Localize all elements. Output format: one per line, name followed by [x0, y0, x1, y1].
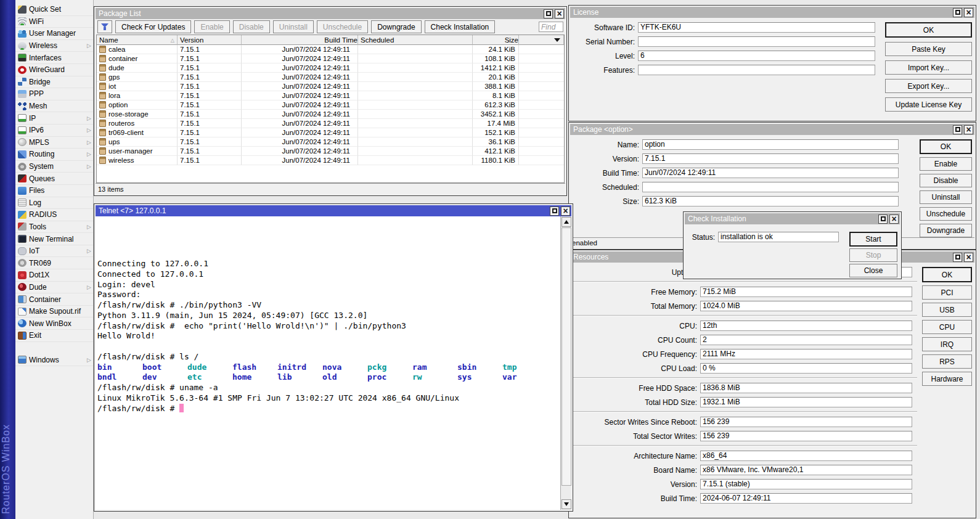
paste-key-button[interactable]: Paste Key [885, 42, 972, 56]
close-icon[interactable] [555, 9, 564, 18]
disable-button[interactable]: Disable [233, 20, 270, 33]
scrollbar[interactable] [560, 216, 571, 510]
terminal-output[interactable]: Connecting to 127.0.0.1Connected to 127.… [96, 216, 571, 510]
export-key-button[interactable]: Export Key... [885, 79, 972, 93]
enable-button[interactable]: Enable [920, 157, 972, 171]
table-row[interactable]: gps7.15.1Jun/07/2024 12:49:1120.1 KiB [97, 73, 564, 82]
sidebar-item-files[interactable]: Files [15, 185, 93, 197]
pci-button[interactable]: PCI [922, 285, 972, 300]
architecture-name-field[interactable]: x86_64 [700, 451, 912, 461]
build-time-field[interactable]: Jun/07/2024 12:49:11 [642, 168, 899, 178]
license-titlebar[interactable]: License [570, 7, 974, 18]
sidebar-item-ppp[interactable]: PPP [15, 88, 93, 100]
table-row[interactable]: option7.15.1Jun/07/2024 12:49:11612.3 Ki… [97, 100, 564, 110]
ok-button[interactable]: OK [920, 139, 972, 154]
sidebar-item-windows[interactable]: Windows▷ [15, 354, 93, 367]
maximize-button[interactable] [878, 215, 888, 224]
sidebar-item-wireguard[interactable]: WireGuard [15, 64, 93, 76]
serial-number-field[interactable] [638, 36, 875, 47]
usb-button[interactable]: USB [922, 303, 972, 317]
stop-button[interactable]: Stop [849, 248, 897, 262]
table-row[interactable]: lora7.15.1Jun/07/2024 12:49:118.1 KiB [97, 91, 564, 100]
update-license-key-button[interactable]: Update License Key [885, 97, 972, 112]
level-field[interactable]: 6 [638, 51, 875, 61]
irq-button[interactable]: IRQ [922, 337, 972, 351]
column-header-name[interactable]: Name△ [97, 35, 178, 45]
sidebar-item-user-manager[interactable]: User Manager [15, 28, 93, 40]
version-field[interactable]: 7.15.1 (stable) [700, 479, 912, 489]
sidebar-item-interfaces[interactable]: Interfaces [15, 52, 93, 64]
downgrade-button[interactable]: Downgrade [920, 224, 972, 237]
enable-button[interactable]: Enable [194, 20, 229, 33]
sidebar-item-tr069[interactable]: TR069 [15, 257, 93, 269]
sidebar-item-dot1x[interactable]: Dot1X [15, 269, 93, 282]
check-installation-button[interactable]: Check Installation [425, 20, 496, 33]
sidebar-item-mesh[interactable]: Mesh [15, 100, 93, 113]
sidebar-item-container[interactable]: Container [15, 293, 93, 306]
sidebar-item-bridge[interactable]: Bridge [15, 76, 93, 89]
maximize-button[interactable] [953, 8, 962, 17]
package-option-titlebar[interactable]: Package <option> [570, 124, 974, 135]
table-row[interactable]: wireless7.15.1Jun/07/2024 12:49:111180.1… [97, 156, 564, 165]
cpu-load-field[interactable]: 0 % [700, 363, 912, 374]
column-header-scheduled[interactable]: Scheduled [358, 35, 473, 45]
status-field[interactable]: installation is ok [718, 232, 839, 242]
hardware-button[interactable]: Hardware [922, 372, 972, 386]
close-icon[interactable] [964, 8, 973, 17]
cpu-field[interactable]: 12th [700, 321, 912, 331]
unschedule-button[interactable]: Unschedule [317, 20, 368, 33]
column-header-version[interactable]: Version [178, 35, 242, 45]
close-icon[interactable] [889, 215, 899, 224]
table-row[interactable]: container7.15.1Jun/07/2024 12:49:11108.1… [97, 54, 564, 63]
find-input[interactable] [539, 22, 563, 32]
cpu-frequency-field[interactable]: 2111 MHz [700, 349, 912, 359]
sidebar-item-radius[interactable]: RADIUS [15, 209, 93, 221]
table-row[interactable]: iot7.15.1Jun/07/2024 12:49:11388.1 KiB [97, 82, 564, 91]
sidebar-item-quick-set[interactable]: Quick Set [15, 4, 93, 16]
disable-button[interactable]: Disable [920, 174, 972, 187]
sidebar-item-ip[interactable]: IP▷ [15, 112, 93, 125]
sector-writes-since-reboot-field[interactable]: 156 239 [700, 417, 912, 427]
maximize-button[interactable] [953, 125, 962, 134]
package-list-titlebar[interactable]: Package List [96, 8, 565, 19]
sidebar-item-dude[interactable]: Dude▷ [15, 282, 93, 294]
version-field[interactable]: 7.15.1 [642, 153, 899, 164]
sidebar-item-wifi[interactable]: WiFi [15, 16, 93, 28]
board-name-field[interactable]: x86 VMware, Inc. VMware20,1 [700, 465, 912, 475]
sidebar-item-queues[interactable]: Queues [15, 173, 93, 185]
filter-button[interactable] [97, 20, 112, 33]
table-row[interactable]: calea7.15.1Jun/07/2024 12:49:1124.1 KiB [97, 45, 564, 54]
scrollbar-thumb[interactable] [561, 227, 571, 486]
start-button[interactable]: Start [849, 232, 897, 247]
sidebar-item-wireless[interactable]: Wireless▷ [15, 40, 93, 52]
close-icon[interactable] [561, 206, 570, 216]
table-row[interactable]: dude7.15.1Jun/07/2024 12:49:111412.1 KiB [97, 63, 564, 73]
maximize-button[interactable] [544, 9, 553, 18]
sidebar-item-tools[interactable]: Tools▷ [15, 221, 93, 234]
total-hdd-size-field[interactable]: 1932.1 MiB [700, 397, 912, 407]
features-field[interactable] [638, 65, 875, 75]
table-row[interactable]: routeros7.15.1Jun/07/2024 12:49:1117.4 M… [97, 119, 564, 128]
ok-button[interactable]: OK [922, 267, 972, 282]
rps-button[interactable]: RPS [922, 354, 972, 369]
sidebar-item-exit[interactable]: Exit [15, 330, 93, 342]
check-installation-titlebar[interactable]: Check Installation [685, 213, 900, 224]
import-key-button[interactable]: Import Key... [885, 60, 972, 75]
sidebar-item-make-supout-rif[interactable]: Make Supout.rif [15, 306, 93, 318]
table-row[interactable]: rose-storage7.15.1Jun/07/2024 12:49:1134… [97, 110, 564, 119]
software-id-field[interactable]: YFTK-EK6U [638, 22, 875, 33]
free-memory-field[interactable]: 715.2 MiB [700, 287, 912, 297]
close-button[interactable]: Close [849, 264, 897, 277]
maximize-button[interactable] [550, 206, 559, 216]
close-icon[interactable] [964, 125, 973, 134]
downgrade-button[interactable]: Downgrade [371, 20, 421, 33]
table-row[interactable]: tr069-client7.15.1Jun/07/2024 12:49:1115… [97, 128, 564, 137]
sidebar-item-ipv6[interactable]: IPv6▷ [15, 125, 93, 137]
uninstall-button[interactable]: Uninstall [273, 20, 314, 33]
column-select-dropdown-icon[interactable] [552, 36, 562, 44]
sidebar-item-new-terminal[interactable]: New Terminal [15, 233, 93, 245]
maximize-button[interactable] [953, 253, 962, 262]
telnet-titlebar[interactable]: Telnet <7> 127.0.0.1 [96, 205, 571, 216]
total-sector-writes-field[interactable]: 156 239 [700, 431, 912, 441]
build-time-field[interactable]: 2024-06-07 12:49:11 [700, 493, 912, 504]
